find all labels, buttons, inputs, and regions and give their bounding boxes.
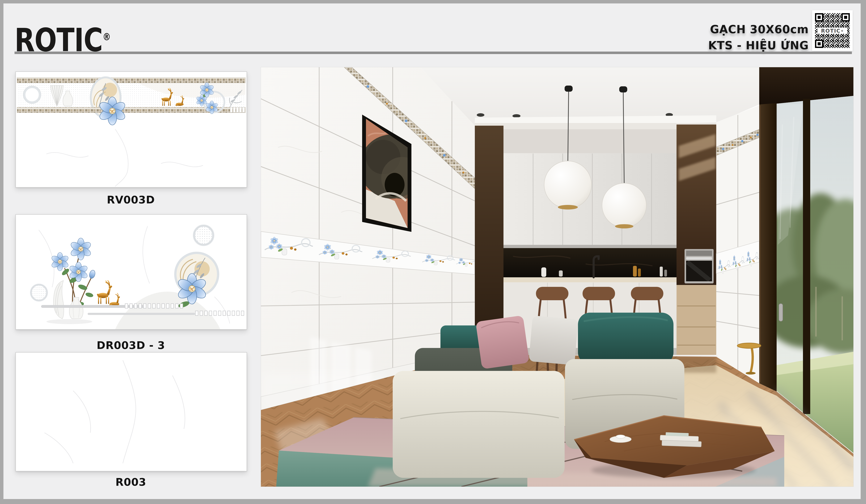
spec-text: GẠCH 30X60cm KTS - HIỆU ỨNG xyxy=(708,21,809,54)
backsplash xyxy=(503,248,696,277)
throw-pillow-pink xyxy=(476,315,530,369)
built-in-oven xyxy=(685,249,713,283)
pendant-globe xyxy=(544,161,591,208)
registered-mark: ® xyxy=(102,31,111,43)
product-label: DR003D - 3 xyxy=(15,339,246,351)
tile-art-r003 xyxy=(16,352,247,471)
spec-line-effect: KTS - HIỆU ỨNG xyxy=(708,37,809,54)
tile-art-dr003d xyxy=(16,215,247,329)
header-divider xyxy=(14,52,852,54)
product-card-rv003d xyxy=(15,71,247,188)
product-label: RV003D xyxy=(15,194,246,206)
qr-code: ROTIC® xyxy=(812,10,853,51)
drawer-cabinet xyxy=(677,285,716,355)
spec-line-size: GẠCH 30X60cm xyxy=(708,21,809,37)
countertop xyxy=(500,277,699,282)
qr-center-label: ROTIC® xyxy=(818,28,847,34)
sofa-chaise xyxy=(393,371,565,478)
pendant-globe xyxy=(602,183,646,227)
product-label: R003 xyxy=(15,476,246,488)
right-tiled-wall xyxy=(716,105,759,383)
brand-logo: ROTIC® xyxy=(14,23,111,54)
catalog-page: ROTIC® GẠCH 30X60cm KTS - HIỆU ỨNG ROTIC… xyxy=(0,0,866,504)
interior-render xyxy=(261,67,853,486)
product-card-r003 xyxy=(15,352,247,471)
door-handle xyxy=(779,304,783,321)
tile-art-rv003d xyxy=(16,72,247,187)
throw-pillow-gray xyxy=(529,315,578,365)
upper-cabinets xyxy=(503,153,696,247)
door-mullion xyxy=(803,99,810,414)
product-card-dr003d-3 xyxy=(15,214,247,329)
